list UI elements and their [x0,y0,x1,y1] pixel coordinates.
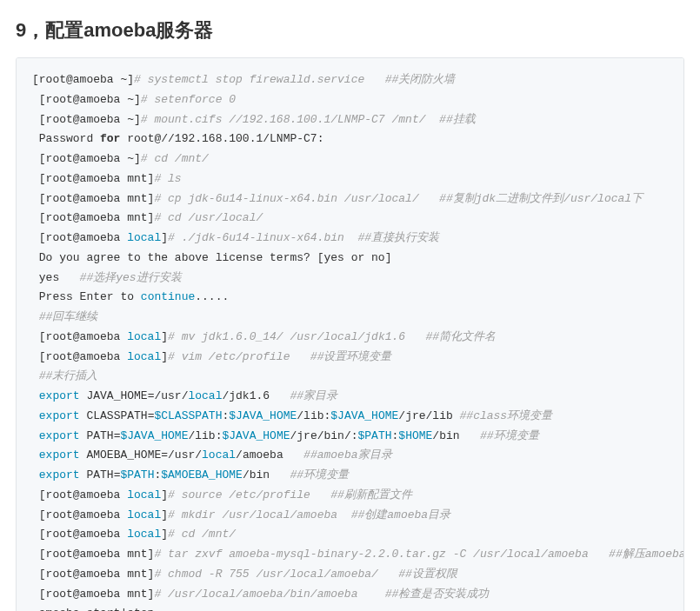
code-segment: local [127,350,161,363]
code-segment: export [39,389,80,402]
code-segment: Press Enter to [32,290,141,303]
code-line: Password for root@//192.168.100.1/LNMP-C… [32,130,668,149]
code-segment: [root@amoeba [32,350,127,363]
code-line: [root@amoeba mnt]# cd /usr/local/ [32,209,668,229]
code-segment: for [100,132,120,145]
code-segment: ##末行插入 [39,369,98,382]
code-segment: ##amoeba家目录 [303,448,391,462]
code-segment: # tar zxvf amoeba-mysql-binary-2.2.0.tar… [154,548,684,561]
code-line: [root@amoeba local]# source /etc/profile… [32,486,668,506]
code-line: [root@amoeba mnt]# cp jdk-6u14-linux-x64… [32,189,668,209]
code-segment: # mount.cifs //192.168.100.1/LNMP-C7 /mn… [141,113,476,126]
code-segment: /amoeba [236,448,303,462]
code-segment: /lib: [188,429,222,442]
code-line: [root@amoeba local]# ./jdk-6u14-linux-x6… [32,229,668,249]
code-segment: /bin [432,429,480,442]
code-segment: ] [161,528,168,541]
code-segment: ] [161,508,168,521]
code-line: [root@amoeba local]# vim /etc/profile ##… [32,348,668,368]
code-segment: [root@amoeba [32,488,127,501]
code-segment: export [39,468,80,481]
code-segment: [root@amoeba ~] [32,113,141,126]
code-segment [32,468,39,481]
code-segment: local [202,448,236,462]
code-segment [32,310,39,323]
code-segment: root@//192.168.100.1/LNMP-C7: [120,132,323,145]
code-line: Do you agree to the above license terms?… [32,249,668,269]
code-line: ##回车继续 [32,308,668,328]
code-segment [32,409,39,422]
code-segment: ] [161,231,168,244]
code-segment: # cd /mnt/ [141,152,209,165]
code-segment: # /usr/local/amoeba/bin/amoeba ##检查是否安装成… [154,588,489,601]
code-segment: $JAVA_HOME [330,409,398,422]
code-line: [root@amoeba local]# cd /mnt/ [32,525,668,545]
code-segment: $HOME [398,429,432,442]
code-segment: /jre/lib [398,409,459,422]
code-segment: # cp jdk-6u14-linux-x64.bin /usr/local/ … [154,192,643,205]
code-segment: amoeba start|stop [32,607,154,611]
code-segment [32,389,39,402]
code-line: [root@amoeba ~]# cd /mnt/ [32,149,668,169]
section-heading: 9，配置amoeba服务器 [0,0,700,57]
code-segment: # mkdir /usr/local/amoeba ##创建amoeba目录 [168,508,450,521]
code-segment: ..... [195,290,229,303]
code-segment: /bin [243,468,290,481]
code-segment: local [188,389,222,402]
code-segment: ##回车继续 [39,310,98,323]
code-segment: CLASSPATH= [80,409,155,422]
code-segment: # setenforce 0 [141,93,236,106]
code-segment: JAVA_HOME=/usr/ [80,389,189,402]
code-segment: $JAVA_HOME [222,429,290,442]
code-segment: PATH= [80,468,121,481]
code-segment: ] [161,488,168,501]
code-segment: ##选择yes进行安装 [80,271,182,284]
code-segment: continue [141,290,195,303]
code-segment: # vim /etc/profile ##设置环境变量 [168,350,391,363]
code-segment: Do you agree to the above license terms?… [32,251,391,264]
code-segment: [root@amoeba ~] [32,152,141,165]
code-segment: ##环境变量 [480,429,539,442]
code-segment: local [127,330,161,343]
code-segment: $PATH [120,468,154,481]
code-segment: # cd /usr/local/ [154,211,263,224]
code-line: [root@amoeba ~]# systemctl stop firewall… [32,70,668,90]
code-segment: local [127,231,161,244]
code-segment: [root@amoeba [32,330,127,343]
code-line: export JAVA_HOME=/usr/local/jdk1.6 ##家目录 [32,387,668,407]
code-segment: $JAVA_HOME [229,409,297,422]
code-line: export PATH=$JAVA_HOME/lib:$JAVA_HOME/jr… [32,427,668,447]
code-segment: $CLASSPATH [154,409,222,422]
code-line: [root@amoeba local]# mv jdk1.6.0_14/ /us… [32,328,668,348]
code-segment: Password [32,132,100,145]
code-segment: [root@amoeba ~] [32,93,141,106]
code-segment: [root@amoeba mnt] [32,211,154,224]
code-line: [root@amoeba local]# mkdir /usr/local/am… [32,506,668,526]
code-segment: yes [32,271,80,284]
code-line: [root@amoeba ~]# setenforce 0 [32,90,668,110]
code-line: [root@amoeba mnt]# tar zxvf amoeba-mysql… [32,545,668,565]
code-segment: export [39,429,80,442]
code-segment: [root@amoeba [32,528,127,541]
code-segment: export [39,448,80,462]
code-segment: local [127,508,161,521]
code-segment: # ./jdk-6u14-linux-x64.bin ##直接执行安装 [168,231,439,244]
code-segment: $PATH [358,429,392,442]
code-segment: /jdk1.6 [222,389,290,402]
code-segment: [root@amoeba mnt] [32,588,154,601]
code-segment: $JAVA_HOME [120,429,188,442]
code-segment: # ls [154,172,181,185]
code-block: [root@amoeba ~]# systemctl stop firewall… [16,57,684,611]
code-line: [root@amoeba mnt]# chmod -R 755 /usr/loc… [32,565,668,585]
code-segment: local [127,528,161,541]
code-segment: # systemctl stop firewalld.service ##关闭防… [134,73,455,86]
code-segment: local [127,488,161,501]
code-line: yes ##选择yes进行安装 [32,269,668,289]
code-segment: /jre/bin/: [290,429,357,442]
code-segment: ##class环境变量 [460,409,553,422]
code-segment: ] [161,330,168,343]
code-segment: [root@amoeba mnt] [32,548,154,561]
code-segment: [root@amoeba mnt] [32,568,154,581]
code-line: ##末行插入 [32,367,668,387]
code-segment: # cd /mnt/ [168,528,236,541]
